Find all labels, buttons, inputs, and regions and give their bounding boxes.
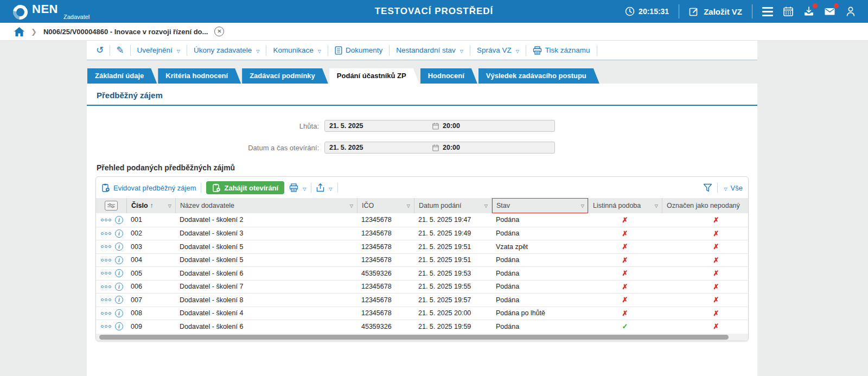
cell-ico: 12345678 xyxy=(357,296,414,304)
table-row[interactable]: i 006 Dodavatel - školení 7 12345678 21.… xyxy=(96,280,749,294)
column-header-cislo[interactable]: Číslo ▽ xyxy=(126,198,175,213)
divider xyxy=(752,4,752,18)
dropdown-arrow-icon xyxy=(723,184,727,192)
row-actions-icon[interactable] xyxy=(101,325,111,328)
cell-stav: Podána xyxy=(492,296,588,304)
export-button[interactable] xyxy=(316,183,332,192)
row-actions-icon[interactable] xyxy=(101,285,111,288)
profile-icon[interactable] xyxy=(845,6,856,17)
toolbar-menu-item[interactable]: Uveřejnění xyxy=(131,45,187,56)
tab-v-sledek-zad-vac-ho-postupu[interactable]: Výsledek zadávacího postupu xyxy=(478,68,599,84)
cell-listinna-mark: ✓ xyxy=(588,322,662,330)
row-actions-icon[interactable] xyxy=(101,219,111,221)
row-actions-icon[interactable] xyxy=(101,245,111,248)
column-header-nepodany[interactable]: Označen jako nepodaný xyxy=(662,198,749,213)
scrollbar-thumb[interactable] xyxy=(99,335,729,340)
table-section-title: Přehled podaných předběžných zájmů xyxy=(97,163,757,172)
tab-zad-vac-podm-nky[interactable]: Zadávací podmínky xyxy=(242,68,328,84)
column-filter-icon[interactable]: ▽ xyxy=(581,203,584,208)
hamburger-menu-icon[interactable] xyxy=(762,7,773,16)
row-actions-icon[interactable] xyxy=(101,272,111,275)
history-icon[interactable]: ↺ xyxy=(90,45,110,56)
row-actions-icon[interactable] xyxy=(101,298,111,301)
cross-icon: ✗ xyxy=(622,269,628,277)
info-icon[interactable]: i xyxy=(115,283,123,291)
calendar-icon[interactable] xyxy=(432,144,439,151)
calendar-icon[interactable] xyxy=(783,6,794,17)
tab-z-kladn-daje[interactable]: Základní údaje xyxy=(87,68,157,84)
cross-icon: ✗ xyxy=(622,283,628,291)
table-row[interactable]: i 002 Dodavatel - školení 3 12345678 21.… xyxy=(96,227,749,240)
column-header-ico[interactable]: IČO ▽ xyxy=(357,198,414,213)
toolbar-menu-item[interactable]: Tisk záznamu xyxy=(526,45,597,56)
create-vz-button[interactable]: Založit VZ xyxy=(689,7,742,17)
column-filter-icon[interactable]: ▽ xyxy=(350,203,353,208)
cell-ico: 45359326 xyxy=(357,323,414,330)
breadcrumb-item[interactable]: N006/25/V00004860 - Inovace v rozvoji ří… xyxy=(43,28,208,36)
cell-ico: 12345678 xyxy=(357,309,414,317)
dropdown-arrow-icon xyxy=(317,46,321,54)
oteviranie-time-value[interactable]: 20:00 xyxy=(439,144,460,151)
calendar-icon[interactable] xyxy=(432,123,439,130)
column-header-nazev[interactable]: Název dodavatele ▽ xyxy=(175,198,357,213)
toolbar-menu-item[interactable]: Nestandardní stav xyxy=(390,45,470,56)
column-header-listinna[interactable]: Listinná podoba ▽ xyxy=(588,198,662,213)
table-row[interactable]: i 001 Dodavatel - školení 2 12345678 21.… xyxy=(96,213,749,227)
lhuta-date-value[interactable]: 21. 5. 2025 xyxy=(325,122,432,130)
messages-icon[interactable] xyxy=(824,6,835,17)
filter-icon[interactable] xyxy=(703,183,712,192)
evidovat-button[interactable]: Evidovat předběžný zájem xyxy=(101,183,196,192)
lhuta-time-value[interactable]: 20:00 xyxy=(439,122,460,130)
table-row[interactable]: i 007 Dodavatel - školení 8 12345678 21.… xyxy=(96,293,749,307)
info-icon[interactable]: i xyxy=(115,243,123,251)
column-header-datum[interactable]: Datum podání ▽ xyxy=(414,198,492,213)
tab-krit-ria-hodnocen-[interactable]: Kritéria hodnocení xyxy=(158,68,241,84)
column-filter-icon[interactable]: ▽ xyxy=(484,203,488,208)
cross-icon: ✗ xyxy=(622,256,628,264)
column-filter-icon[interactable]: ▽ xyxy=(655,203,658,208)
info-icon[interactable]: i xyxy=(115,230,123,238)
toolbar-menu-item[interactable]: Komunikace xyxy=(266,45,328,56)
row-actions-icon[interactable] xyxy=(101,232,111,235)
cell-datum: 21. 5. 2025 19:59 xyxy=(414,323,492,330)
column-filter-icon[interactable]: ▽ xyxy=(407,203,410,208)
zahajit-oteviranie-button[interactable]: Zahájit otevírání xyxy=(206,181,284,194)
info-icon[interactable]: i xyxy=(115,322,123,330)
breadcrumb: ❯ N006/25/V00004860 - Inovace v rozvoji … xyxy=(0,23,868,41)
table-row[interactable]: i 003 Dodavatel - školení 5 12345678 21.… xyxy=(96,240,749,253)
tab-pod-n-astn-k-zp[interactable]: Podání účastníků ZP xyxy=(329,68,419,84)
column-header-stav[interactable]: Stav ▽ xyxy=(492,198,588,213)
nen-logo[interactable]: NEN Zadavatel xyxy=(0,3,90,20)
table-row[interactable]: i 009 Dodavatel - školení 6 45359326 21.… xyxy=(96,320,749,333)
row-actions-icon[interactable] xyxy=(101,312,111,315)
info-icon[interactable]: i xyxy=(115,216,123,224)
table-row[interactable]: i 004 Dodavatel - školení 5 12345678 21.… xyxy=(96,253,749,267)
toolbar-menu-item[interactable]: Úkony zadavatele xyxy=(187,45,266,56)
downloads-icon[interactable] xyxy=(803,6,814,17)
print-table-button[interactable] xyxy=(289,183,306,192)
info-icon[interactable]: i xyxy=(115,256,123,264)
toolbar-menu-item[interactable]: Správa VZ xyxy=(470,45,526,56)
cell-nazev: Dodavatel - školení 7 xyxy=(175,283,357,290)
table-row[interactable]: i 008 Dodavatel - školení 4 12345678 21.… xyxy=(96,307,749,320)
home-icon[interactable] xyxy=(14,27,24,36)
command-toolbar: ↺ ✎ Uveřejnění Úkony zadavatele Komunika… xyxy=(87,41,757,60)
table-row[interactable]: i 005 Dodavatel - školení 6 45359326 21.… xyxy=(96,266,749,280)
close-icon[interactable]: ✕ xyxy=(214,27,224,36)
horizontal-scrollbar[interactable] xyxy=(96,334,748,341)
tab-hodnocen-[interactable]: Hodnocení xyxy=(420,68,477,84)
menu-item-label: Úkony zadavatele xyxy=(194,46,252,54)
info-icon[interactable]: i xyxy=(115,309,123,317)
filter-all-dropdown[interactable]: Vše xyxy=(723,184,743,192)
toolbar-menu-item[interactable]: Dokumenty xyxy=(328,45,390,56)
column-filter-icon[interactable]: ▽ xyxy=(168,203,171,208)
lhuta-datetime-field[interactable]: 21. 5. 2025 20:00 xyxy=(324,120,555,132)
edit-pencil-icon[interactable]: ✎ xyxy=(110,45,130,56)
cell-stav: Vzata zpět xyxy=(492,243,588,251)
info-icon[interactable]: i xyxy=(115,296,123,304)
oteviranie-date-value[interactable]: 21. 5. 2025 xyxy=(325,144,432,151)
column-settings-icon[interactable] xyxy=(105,201,118,211)
row-actions-icon[interactable] xyxy=(101,259,111,262)
oteviranie-datetime-field[interactable]: 21. 5. 2025 20:00 xyxy=(324,142,555,154)
info-icon[interactable]: i xyxy=(115,269,123,277)
